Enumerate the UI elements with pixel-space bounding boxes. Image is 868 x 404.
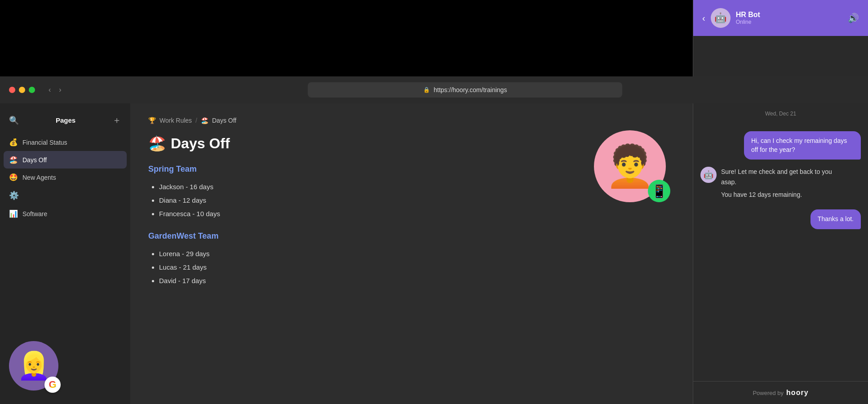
list-item: Lucas - 21 days <box>159 261 675 274</box>
close-button[interactable] <box>9 87 15 93</box>
bot-avatar: 🤖 <box>711 8 731 28</box>
chat-back-button[interactable]: ‹ <box>702 13 705 23</box>
powered-by-text: Powered by <box>753 390 784 396</box>
sidebar-header: 🔍 Pages ＋ <box>0 111 130 133</box>
user-avatar-container: 👱‍♀️ G <box>9 341 63 395</box>
chat-header: ‹ 🤖 HR Bot Online 🔊 <box>693 0 868 36</box>
chat-info: HR Bot Online <box>736 11 842 25</box>
list-item: Lorena - 29 days <box>159 247 675 261</box>
volume-icon[interactable]: 🔊 <box>848 13 859 23</box>
financial-status-icon: 💰 <box>9 138 18 147</box>
character-emoji: 🧑‍🦱 <box>605 146 655 186</box>
sidebar-item-software[interactable]: 📊 Software <box>0 205 130 222</box>
sidebar-item-label: Financial Status <box>22 139 67 146</box>
add-page-icon[interactable]: ＋ <box>112 114 121 126</box>
minimize-button[interactable] <box>19 87 25 93</box>
breadcrumb-parent-icon: 🏆 <box>148 117 156 124</box>
chat-messages: Hi, can I check my remaining days off fo… <box>693 124 868 381</box>
breadcrumb-parent-label[interactable]: Work Rules <box>159 117 192 124</box>
sidebar-title: Pages <box>56 116 75 124</box>
gardenwest-team-heading: GardenWest Team <box>148 231 675 241</box>
user-message-1: Hi, can I check my remaining days off fo… <box>744 131 861 160</box>
sidebar-item-label: New Agents <box>22 174 56 181</box>
settings-icon[interactable]: ⚙️ <box>0 186 130 205</box>
browser-chrome: ‹ › 🔒 https://hoory.com/trainings <box>0 76 868 103</box>
list-item: David - 17 days <box>159 274 675 288</box>
breadcrumb-separator: / <box>195 117 197 124</box>
top-bar: ‹ 🤖 HR Bot Online 🔊 <box>0 0 868 76</box>
days-off-icon: 🏖️ <box>9 155 18 164</box>
sidebar-item-new-agents[interactable]: 🤩 New Agents <box>0 169 130 186</box>
nav-arrows: ‹ › <box>46 85 64 95</box>
breadcrumb-current-label: Days Off <box>212 117 236 124</box>
bot-status: Online <box>736 19 842 25</box>
list-item: Francesca - 10 days <box>159 207 675 221</box>
hoory-logo: hoory <box>786 389 808 397</box>
url-text: https://hoory.com/trainings <box>434 86 507 93</box>
page-title-icon: 🏖️ <box>148 135 166 152</box>
avatar-emoji: 👱‍♀️ <box>17 352 51 379</box>
bot-message-row: 🤖 Sure! Let me check and get back to you… <box>700 167 861 202</box>
sidebar: 🔍 Pages ＋ 💰 Financial Status 🏖️ Days Off… <box>0 103 130 404</box>
whatsapp-icon: 📱 <box>651 184 667 199</box>
new-agents-icon: 🤩 <box>9 173 18 182</box>
powered-by: Powered by hoory <box>700 389 861 397</box>
user-message-2: Thanks a lot. <box>810 209 861 229</box>
forward-arrow[interactable]: › <box>56 85 64 95</box>
character-avatar: 🧑‍🦱 📱 <box>594 130 666 202</box>
back-arrow[interactable]: ‹ <box>46 85 53 95</box>
character-container: 🧑‍🦱 📱 <box>594 130 666 202</box>
chat-panel: Wed, Dec 21 Hi, can I check my remaining… <box>693 103 868 404</box>
bot-message-1: Sure! Let me check and get back to you a… <box>721 167 847 202</box>
sidebar-item-financial-status[interactable]: 💰 Financial Status <box>0 133 130 151</box>
lock-icon: 🔒 <box>423 87 430 93</box>
bot-name: HR Bot <box>736 11 842 19</box>
sidebar-item-label: Software <box>22 210 47 218</box>
breadcrumb-current-icon: 🏖️ <box>201 117 208 124</box>
address-bar[interactable]: 🔒 https://hoory.com/trainings <box>308 82 622 98</box>
google-badge: G <box>44 377 61 393</box>
google-icon: G <box>49 379 56 391</box>
software-icon: 📊 <box>9 209 18 218</box>
sidebar-item-label: Days Off <box>22 156 47 164</box>
chat-footer: Powered by hoory <box>693 381 868 404</box>
whatsapp-badge: 📱 <box>648 180 670 202</box>
main-area: 🔍 Pages ＋ 💰 Financial Status 🏖️ Days Off… <box>0 103 868 404</box>
sidebar-item-days-off[interactable]: 🏖️ Days Off <box>4 151 127 169</box>
page-title-text: Days Off <box>171 135 230 152</box>
bot-message-line1: Sure! Let me check and get back to you a… <box>721 167 847 187</box>
search-icon[interactable]: 🔍 <box>9 115 19 125</box>
traffic-lights <box>9 87 35 93</box>
page-content: 🏆 Work Rules / 🏖️ Days Off 🏖️ Days Off S… <box>130 103 693 404</box>
bot-message-line2: You have 12 days remaining. <box>721 190 847 200</box>
breadcrumb: 🏆 Work Rules / 🏖️ Days Off <box>148 117 675 124</box>
gardenwest-team-list: Lorena - 29 days Lucas - 21 days David -… <box>148 247 675 288</box>
chat-date: Wed, Dec 21 <box>693 103 868 124</box>
bot-message-avatar: 🤖 <box>700 167 717 183</box>
fullscreen-button[interactable] <box>29 87 35 93</box>
